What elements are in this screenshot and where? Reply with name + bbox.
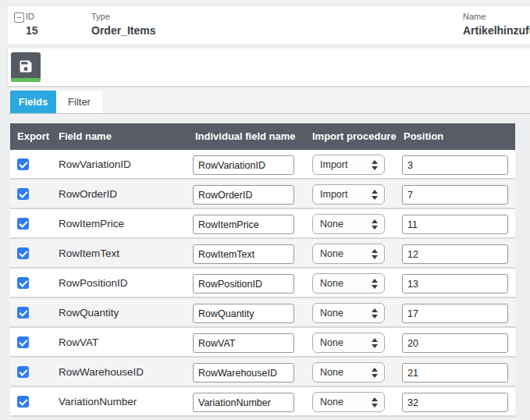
record-type: Type Order_Items <box>91 12 155 37</box>
column-header-individual-field-name: Individual field name <box>195 123 296 150</box>
position-input[interactable] <box>402 393 508 412</box>
floppy-disk-icon <box>18 59 34 77</box>
table-row: RowItemText None <box>10 239 515 269</box>
select-value: None <box>320 274 343 293</box>
select-value: None <box>320 244 343 263</box>
select-stepper-arrows-icon <box>372 279 378 289</box>
individual-field-name-input[interactable] <box>193 333 294 353</box>
import-procedure-select[interactable]: Import <box>312 184 385 205</box>
tab-bar: Fields Filter <box>8 87 530 114</box>
import-procedure-select[interactable]: None <box>312 333 385 353</box>
select-stepper-arrows-icon <box>372 338 378 348</box>
export-checkbox-wrap <box>17 158 29 170</box>
export-checkbox-wrap <box>17 366 29 378</box>
table-header-row: Export Field name Individual field name … <box>10 123 515 150</box>
import-procedure-select[interactable]: Import <box>312 155 385 175</box>
position-input[interactable] <box>402 304 508 323</box>
table-row: RowWarehouseID None <box>10 358 515 387</box>
select-stepper-arrows-icon <box>372 249 378 259</box>
toolbar <box>8 48 530 86</box>
import-procedure-select[interactable]: None <box>312 244 385 264</box>
type-label: Type <box>91 12 155 21</box>
field-name-label: RowQuantity <box>59 298 119 328</box>
position-input[interactable] <box>402 363 508 383</box>
table-row: VariationNumber None <box>10 387 515 417</box>
import-procedure-select[interactable]: None <box>312 273 385 294</box>
fields-table: Export Field name Individual field name … <box>10 123 515 417</box>
export-checkbox-wrap <box>17 277 29 289</box>
field-name-label: VariationNumber <box>59 387 137 417</box>
collapse-icon[interactable]: − <box>14 12 24 23</box>
position-input[interactable] <box>402 215 508 234</box>
save-button[interactable] <box>11 52 41 82</box>
field-name-label: RowOrderID <box>59 180 117 209</box>
export-checkbox-wrap <box>17 218 29 230</box>
column-header-position: Position <box>404 123 443 150</box>
individual-field-name-input[interactable] <box>193 393 294 412</box>
table-body: RowVariationID Import RowOrderID Import … <box>10 150 515 417</box>
save-button-accent-bar <box>11 78 41 82</box>
column-header-fieldname: Field name <box>59 123 112 150</box>
position-input[interactable] <box>402 274 508 294</box>
select-stepper-arrows-icon <box>372 368 378 378</box>
select-value: Import <box>320 155 347 174</box>
select-stepper-arrows-icon <box>372 190 378 200</box>
import-procedure-select[interactable]: None <box>312 362 385 383</box>
export-checkbox-wrap <box>17 247 29 259</box>
column-header-export: Export <box>17 123 49 150</box>
select-value: None <box>320 333 343 352</box>
tab-fields[interactable]: Fields <box>10 91 56 113</box>
type-value: Order_Items <box>91 24 155 37</box>
tab-filter[interactable]: Filter <box>56 91 102 113</box>
table-row: RowVAT None <box>10 328 515 358</box>
export-checkbox-wrap <box>17 396 29 408</box>
field-name-label: RowWarehouseID <box>59 358 144 387</box>
field-name-label: RowVAT <box>59 328 98 358</box>
select-stepper-arrows-icon <box>372 160 378 170</box>
import-procedure-select[interactable]: None <box>312 303 385 323</box>
select-value: None <box>320 393 343 411</box>
individual-field-name-input[interactable] <box>193 304 294 323</box>
table-row: RowPositionID None <box>10 269 515 298</box>
field-name-label: RowItemPrice <box>59 209 124 239</box>
select-stepper-arrows-icon <box>372 219 378 230</box>
column-header-import-procedure: Import procedure <box>312 123 397 150</box>
individual-field-name-input[interactable] <box>193 363 294 383</box>
select-stepper-arrows-icon <box>372 397 378 408</box>
individual-field-name-input[interactable] <box>193 274 294 294</box>
export-checkbox-wrap <box>17 336 29 348</box>
position-input[interactable] <box>402 244 508 264</box>
import-procedure-select[interactable]: None <box>312 214 385 234</box>
export-checkbox-wrap <box>17 307 29 319</box>
record-name: Name Artikelhinzufüg <box>463 12 530 37</box>
record-id: ID 15 <box>26 12 38 37</box>
table-row: RowQuantity None <box>10 298 515 328</box>
id-label: ID <box>26 12 38 21</box>
select-value: None <box>320 304 343 322</box>
individual-field-name-input[interactable] <box>193 244 294 264</box>
individual-field-name-input[interactable] <box>193 185 294 205</box>
position-input[interactable] <box>402 333 508 353</box>
record-header: − ID 15 Type Order_Items Name Artikelhin… <box>8 6 530 44</box>
name-label: Name <box>463 12 530 21</box>
table-row: RowVariationID Import <box>10 150 515 180</box>
individual-field-name-input[interactable] <box>193 155 294 175</box>
select-value: None <box>320 215 343 233</box>
position-input[interactable] <box>402 155 508 175</box>
select-value: Import <box>320 185 347 204</box>
table-row: RowItemPrice None <box>10 209 515 239</box>
export-checkbox-wrap <box>17 188 29 200</box>
name-value: Artikelhinzufüg <box>463 24 530 37</box>
field-name-label: RowVariationID <box>59 150 131 180</box>
field-name-label: RowPositionID <box>59 269 128 298</box>
id-value: 15 <box>26 24 38 37</box>
select-value: None <box>320 363 343 382</box>
individual-field-name-input[interactable] <box>193 215 294 234</box>
select-stepper-arrows-icon <box>372 308 378 319</box>
field-name-label: RowItemText <box>59 239 119 269</box>
import-procedure-select[interactable]: None <box>312 392 385 412</box>
position-input[interactable] <box>402 185 508 205</box>
table-row: RowOrderID Import <box>10 180 515 209</box>
